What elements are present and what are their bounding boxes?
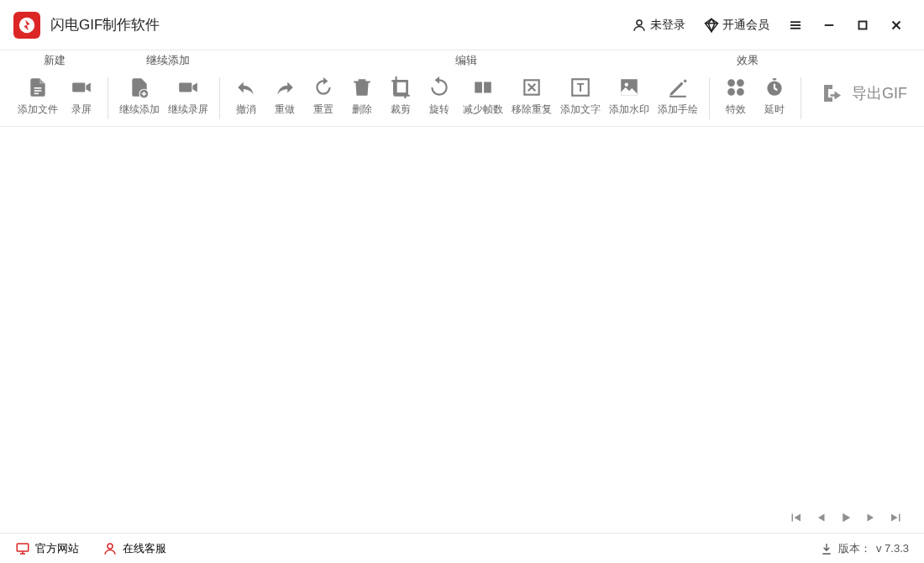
svg-rect-10 [34, 90, 42, 92]
next-frame-button[interactable] [860, 507, 882, 529]
svg-rect-11 [34, 93, 39, 95]
first-frame-button[interactable] [785, 507, 806, 529]
export-label: 导出GIF [852, 83, 907, 103]
fx-icon [724, 76, 748, 99]
svg-point-31 [108, 544, 113, 549]
header-continue: 继续添加 [109, 53, 227, 68]
svg-point-25 [737, 88, 744, 96]
redo-label: 重做 [275, 103, 295, 117]
camera-icon [70, 76, 93, 99]
delete-label: 删除 [352, 103, 372, 117]
undo-icon [234, 76, 258, 99]
pencil-icon [666, 76, 690, 99]
official-site-label: 官方网站 [35, 541, 79, 556]
svg-rect-14 [475, 82, 482, 93]
monitor-icon [15, 541, 30, 556]
add-file-button[interactable]: 添加文件 [13, 74, 62, 118]
redo-icon [273, 76, 297, 99]
login-button[interactable]: 未登录 [625, 13, 692, 38]
menu-button[interactable] [781, 11, 810, 39]
header-edit: 编辑 [227, 53, 706, 68]
svg-rect-9 [34, 87, 42, 89]
add-watermark-label: 添加水印 [609, 103, 649, 117]
fx-label: 特效 [726, 103, 746, 117]
app-title: 闪电GIF制作软件 [50, 15, 625, 34]
svg-point-22 [727, 79, 735, 87]
close-button[interactable] [882, 11, 911, 39]
rotate-icon [428, 76, 451, 99]
duplicate-x-icon [520, 76, 543, 99]
version-label: 版本： [838, 541, 871, 556]
svg-rect-6 [859, 21, 867, 29]
playback-controls [0, 502, 924, 533]
vip-button[interactable]: 开通会员 [697, 13, 776, 38]
play-button[interactable] [835, 507, 857, 529]
app-logo-icon [13, 12, 40, 39]
crop-label: 裁剪 [391, 103, 411, 117]
camera-plus-icon [176, 76, 200, 99]
watermark-icon [617, 76, 641, 99]
add-watermark-button[interactable]: 添加水印 [605, 74, 654, 118]
prev-frame-button[interactable] [810, 507, 832, 529]
svg-point-20 [625, 83, 628, 87]
vip-label: 开通会员 [722, 18, 769, 33]
titlebar: 闪电GIF制作软件 未登录 开通会员 [0, 0, 924, 50]
record-screen-label: 录屏 [71, 103, 92, 117]
svg-point-23 [737, 79, 744, 87]
workspace [0, 127, 924, 502]
remove-duplicate-label: 移除重复 [512, 103, 552, 117]
statusbar: 官方网站 在线客服 版本： v 7.3.3 [0, 533, 924, 563]
text-icon: T [569, 76, 592, 99]
file-icon [26, 76, 50, 99]
version-value: v 7.3.3 [876, 542, 909, 555]
reset-label: 重置 [313, 103, 333, 117]
add-draw-label: 添加手绘 [658, 103, 698, 117]
customer-service-link[interactable]: 在线客服 [102, 541, 166, 556]
svg-rect-15 [484, 82, 491, 93]
record-screen-button[interactable]: 录屏 [62, 74, 101, 118]
last-frame-button[interactable] [885, 507, 907, 529]
toolbar: 新建 继续添加 编辑 效果 添加文件 录屏 继续添加 [0, 50, 924, 127]
fx-button[interactable]: 特效 [717, 74, 755, 118]
official-site-link[interactable]: 官方网站 [15, 541, 79, 556]
rotate-button[interactable]: 旋转 [420, 74, 459, 118]
reset-button[interactable]: 重置 [304, 74, 343, 118]
svg-text:T: T [577, 81, 585, 94]
add-text-label: 添加文字 [560, 103, 601, 117]
remove-duplicate-button[interactable]: 移除重复 [507, 74, 556, 118]
reset-icon [312, 76, 335, 99]
add-draw-button[interactable]: 添加手绘 [654, 74, 702, 118]
reduce-frames-button[interactable]: 减少帧数 [459, 74, 507, 118]
continue-record-button[interactable]: 继续录屏 [164, 74, 213, 118]
header-effect: 效果 [706, 53, 790, 68]
file-plus-icon [128, 76, 151, 99]
undo-label: 撤消 [236, 103, 256, 117]
trash-icon [350, 76, 374, 99]
add-text-button[interactable]: T 添加文字 [556, 74, 605, 118]
svg-rect-28 [17, 544, 29, 551]
redo-button[interactable]: 重做 [265, 74, 304, 118]
continue-add-button[interactable]: 继续添加 [115, 74, 164, 118]
delete-button[interactable]: 删除 [343, 74, 381, 118]
header-new: 新建 [0, 53, 109, 68]
add-file-label: 添加文件 [18, 103, 58, 117]
headset-icon [102, 541, 118, 556]
delay-label: 延时 [764, 103, 785, 117]
crop-button[interactable]: 裁剪 [381, 74, 420, 118]
maximize-button[interactable] [848, 11, 877, 39]
rotate-label: 旋转 [429, 103, 449, 117]
continue-add-label: 继续添加 [119, 103, 160, 117]
clock-icon [763, 76, 786, 99]
minimize-button[interactable] [815, 11, 843, 39]
continue-record-label: 继续录屏 [168, 103, 208, 117]
delay-button[interactable]: 延时 [755, 74, 794, 118]
frames-icon [471, 76, 495, 99]
svg-point-24 [727, 88, 735, 96]
customer-service-label: 在线客服 [123, 541, 166, 556]
export-gif-button[interactable]: 导出GIF [808, 74, 919, 113]
svg-rect-27 [773, 78, 776, 80]
crop-icon [389, 76, 412, 99]
download-icon[interactable] [820, 542, 833, 555]
undo-button[interactable]: 撤消 [227, 74, 265, 118]
export-icon [820, 81, 845, 106]
